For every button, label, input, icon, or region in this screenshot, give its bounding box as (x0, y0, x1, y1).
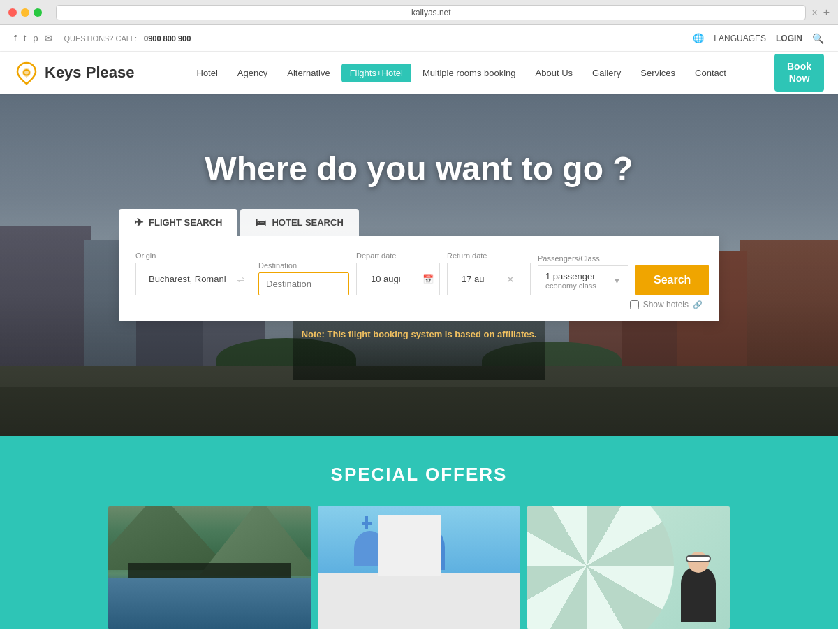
nav-flights-hotel[interactable]: Flights+Hotel (341, 64, 411, 82)
logo-icon (14, 60, 39, 85)
offers-grid (14, 506, 824, 629)
book-now-line1: Book (787, 61, 811, 72)
login-link[interactable]: LOGIN (776, 34, 802, 43)
flight-search-label: FLIGHT SEARCH (149, 217, 222, 228)
passenger-count: 1 passenger (545, 271, 613, 281)
hotel-search-label: HOTEL SEARCH (272, 217, 343, 228)
offer-card-3[interactable] (527, 506, 730, 629)
offer-card-1[interactable] (108, 506, 311, 629)
browser-chrome: kallyas.net × + (0, 0, 838, 25)
passenger-class: economy class (545, 281, 613, 290)
languages-link[interactable]: LANGUAGES (714, 34, 766, 43)
passengers-display[interactable]: 1 passenger economy class (545, 271, 613, 290)
flight-icon: ✈ (134, 216, 143, 229)
hero-section: Where do you want to go ? ✈ FLIGHT SEARC… (0, 94, 838, 436)
close-dot[interactable] (8, 8, 17, 17)
nav-links: Hotel Agency Alternative Flights+Hotel M… (148, 64, 774, 82)
message-icon[interactable]: ✉ (45, 33, 52, 43)
search-fields: Origin ⇌ Destination Depart date (135, 251, 703, 295)
swap-icon[interactable]: ⇌ (237, 274, 245, 285)
hero-note: Note: This flight booking system is base… (0, 329, 838, 339)
return-date-field: Return date ✕ (447, 251, 531, 295)
book-now-button[interactable]: Book Now (774, 54, 824, 92)
depart-input[interactable] (364, 268, 420, 290)
search-icon-topbar[interactable]: 🔍 (812, 33, 824, 44)
facebook-icon[interactable]: f (14, 33, 17, 43)
browser-traffic-lights (8, 8, 42, 17)
logo[interactable]: Keys Please (14, 60, 134, 85)
nav-agency[interactable]: Agency (229, 64, 276, 82)
maximize-dot[interactable] (34, 8, 42, 17)
top-bar-left: f t p ✉ QUESTIONS? CALL: 0900 800 900 (14, 33, 191, 43)
url-bar[interactable]: kallyas.net (56, 5, 806, 20)
phone-number: 0900 800 900 (144, 34, 191, 43)
browser-close-btn[interactable]: × (811, 7, 817, 18)
search-button[interactable]: Search (635, 265, 709, 295)
nav-about[interactable]: About Us (527, 64, 581, 82)
passengers-label: Passengers/Class (538, 254, 628, 263)
search-tabs: ✈ FLIGHT SEARCH 🛏 HOTEL SEARCH (119, 209, 719, 236)
twitter-icon[interactable]: t (24, 33, 27, 43)
depart-label: Depart date (356, 251, 440, 260)
show-hotels-label: Show hotels (643, 300, 689, 309)
destination-input[interactable] (258, 272, 349, 295)
origin-field: Origin ⇌ (135, 251, 251, 295)
navbar: Keys Please Hotel Agency Alternative Fli… (0, 52, 838, 94)
nav-alternative[interactable]: Alternative (279, 64, 338, 82)
flight-search-tab[interactable]: ✈ FLIGHT SEARCH (119, 209, 237, 236)
nav-contact[interactable]: Contact (686, 64, 735, 82)
depart-calendar-icon[interactable]: 📅 (422, 274, 434, 284)
special-offers-title: SPECIAL OFFERS (14, 464, 824, 485)
destination-field: Destination (258, 261, 349, 295)
search-container: ✈ FLIGHT SEARCH 🛏 HOTEL SEARCH Origin (119, 209, 719, 321)
book-now-line2: Now (789, 73, 810, 84)
globe-icon: 🌐 (693, 33, 704, 43)
url-text: kallyas.net (411, 8, 451, 17)
hotel-search-tab[interactable]: 🛏 HOTEL SEARCH (240, 209, 358, 236)
special-offers-section: SPECIAL OFFERS (0, 436, 838, 629)
note-text: This flight booking system is based on a… (328, 329, 537, 339)
return-clear-icon[interactable]: ✕ (506, 274, 515, 285)
top-bar: f t p ✉ QUESTIONS? CALL: 0900 800 900 🌐 … (0, 25, 838, 52)
return-input[interactable] (455, 268, 503, 290)
nav-services[interactable]: Services (632, 64, 684, 82)
nav-hotel[interactable]: Hotel (189, 64, 226, 82)
passengers-field: Passengers/Class 1 passenger economy cla… (538, 254, 628, 295)
logo-text: Keys Please (45, 64, 134, 82)
search-box: Origin ⇌ Destination Depart date (119, 236, 719, 321)
note-label: Note: (302, 329, 325, 339)
return-label: Return date (447, 251, 531, 260)
show-hotels-checkbox[interactable] (630, 300, 639, 309)
minimize-dot[interactable] (21, 8, 29, 17)
nav-gallery[interactable]: Gallery (584, 64, 629, 82)
origin-input[interactable] (142, 268, 233, 290)
depart-date-field: Depart date 📅 (356, 251, 440, 295)
external-link-icon: 🔗 (693, 300, 703, 309)
browser-plus-btn[interactable]: + (823, 6, 830, 19)
origin-label: Origin (135, 251, 251, 260)
phone-label: QUESTIONS? CALL: (64, 34, 137, 43)
top-bar-right: 🌐 LANGUAGES LOGIN 🔍 (693, 33, 824, 44)
passengers-chevron-icon: ▼ (613, 277, 621, 285)
search-footer: Show hotels 🔗 (135, 300, 703, 309)
nav-multiple-rooms[interactable]: Multiple rooms booking (414, 64, 524, 82)
bed-icon: 🛏 (256, 217, 266, 228)
hero-content: Where do you want to go ? ✈ FLIGHT SEARC… (0, 94, 838, 321)
hero-title: Where do you want to go ? (205, 149, 633, 188)
destination-label: Destination (258, 261, 349, 270)
offer-card-2[interactable] (318, 506, 520, 629)
pinterest-icon[interactable]: p (33, 33, 38, 43)
